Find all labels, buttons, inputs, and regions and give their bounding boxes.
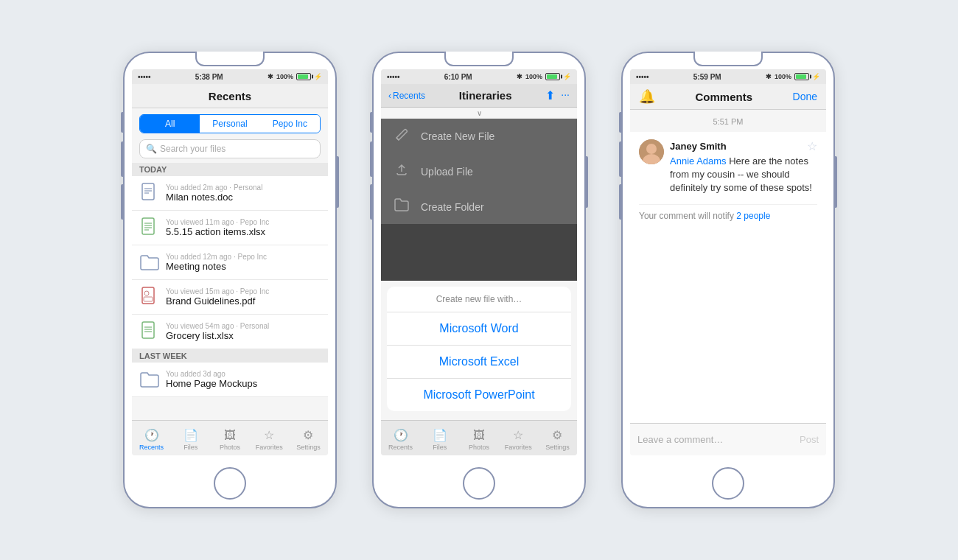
file-doc-icon — [139, 181, 160, 206]
svg-point-11 — [144, 291, 149, 295]
file-name: 5.5.15 action items.xlsx — [166, 226, 321, 237]
recents-icon: 🕐 — [144, 428, 159, 442]
clock-2: 6:10 PM — [444, 73, 472, 81]
tab-photos[interactable]: 🖼 Photos — [210, 426, 249, 451]
segment-pepo[interactable]: Pepo Inc — [260, 115, 320, 133]
section-last-week: LAST WEEK — [132, 349, 328, 363]
ms-word-button[interactable]: Microsoft Word — [387, 312, 571, 346]
status-right-1: ✱ 100% ⚡ — [268, 73, 322, 80]
list-item[interactable]: You added 12m ago · Pepo Inc Meeting not… — [132, 245, 328, 280]
segment-personal[interactable]: Personal — [200, 115, 259, 133]
comment-row: Janey Smith ☆ Annie Adams Here are the n… — [639, 139, 817, 195]
tab-recents[interactable]: 🕐 Recents — [132, 425, 171, 451]
bell-icon: 🔔 — [639, 88, 655, 105]
page-title-itineraries: Itineraries — [459, 89, 512, 102]
search-bar[interactable]: 🔍 Search your files — [139, 139, 321, 158]
action-sheet-header: Create new file with… — [387, 287, 571, 312]
ms-excel-button[interactable]: Microsoft Excel — [387, 346, 571, 379]
comment-time: 5:51 PM — [630, 110, 826, 132]
screen-comments: ••••• 5:59 PM ✱ 100% ⚡ 🔔 Comments Done 5… — [630, 69, 826, 455]
phones-container: ••••• 5:38 PM ✱ 100% ⚡ Recents All Perso… — [123, 52, 835, 508]
tab-label: Photos — [220, 444, 240, 451]
segment-control[interactable]: All Personal Pepo Inc — [139, 114, 321, 133]
tab-files-2[interactable]: 📄 Files — [420, 425, 459, 451]
bluetooth-icon-2: ✱ — [517, 73, 522, 80]
upload-file-item[interactable]: Upload File — [381, 154, 577, 189]
home-button-3[interactable] — [712, 467, 744, 500]
status-bar-2: ••••• 6:10 PM ✱ 100% ⚡ — [381, 69, 577, 84]
segment-all[interactable]: All — [140, 115, 200, 133]
battery-pct: 100% — [276, 73, 293, 80]
tab-settings-2[interactable]: ⚙ Settings — [538, 425, 577, 451]
notify-link[interactable]: 2 people — [736, 211, 770, 221]
list-item[interactable]: You viewed 15m ago · Pepo Inc Brand Guid… — [132, 280, 328, 315]
favorites-icon-2: ☆ — [513, 428, 523, 442]
screen-recents: ••••• 5:38 PM ✱ 100% ⚡ Recents All Perso… — [132, 69, 328, 455]
folder2-icon — [139, 367, 160, 392]
battery-icon-3 — [794, 73, 809, 80]
screen-itineraries: ••••• 6:10 PM ✱ 100% ⚡ ‹ Recents Itinera… — [381, 69, 577, 455]
list-item[interactable]: You viewed 54m ago · Personal Grocery li… — [132, 315, 328, 349]
tab-label: Files — [183, 444, 197, 451]
phone-recents: ••••• 5:38 PM ✱ 100% ⚡ Recents All Perso… — [123, 52, 337, 508]
battery-icon — [296, 73, 311, 80]
battery-pct-2: 100% — [525, 73, 542, 80]
list-item[interactable]: You added 2m ago · Personal Milan notes.… — [132, 176, 328, 211]
mention-name: Annie Adams — [670, 155, 727, 167]
mute-button-2 — [370, 112, 373, 133]
create-folder-item[interactable]: Create Folder — [381, 189, 577, 224]
more-icon[interactable]: ··· — [561, 88, 570, 102]
upload-icon — [393, 163, 410, 180]
comment-text: Annie Adams Here are the notes from my c… — [670, 155, 817, 195]
power-button-2 — [585, 156, 588, 208]
tab-recents-2[interactable]: 🕐 Recents — [381, 425, 420, 451]
tab-settings[interactable]: ⚙ Settings — [289, 425, 328, 451]
file-info: You added 12m ago · Pepo Inc Meeting not… — [166, 253, 321, 272]
avatar — [639, 139, 664, 164]
home-button-2[interactable] — [463, 467, 495, 500]
post-button[interactable]: Post — [800, 434, 819, 445]
list-item[interactable]: You viewed 11m ago · Pepo Inc 5.5.15 act… — [132, 211, 328, 245]
star-icon[interactable]: ☆ — [807, 139, 817, 153]
comment-content: Janey Smith ☆ Annie Adams Here are the n… — [670, 139, 817, 195]
status-bar-1: ••••• 5:38 PM ✱ 100% ⚡ — [132, 69, 328, 84]
comment-input-bar: Leave a comment… Post — [630, 423, 826, 455]
file-meta: You viewed 11m ago · Pepo Inc — [166, 218, 321, 226]
svg-point-18 — [646, 144, 657, 154]
nav-actions: ⬆ ··· — [545, 88, 570, 102]
tab-favorites-2[interactable]: ☆ Favorites — [499, 425, 538, 451]
svg-rect-0 — [142, 183, 154, 200]
comment-input[interactable]: Leave a comment… — [637, 434, 794, 445]
battery-icon-2 — [545, 73, 560, 80]
comment-header: Janey Smith ☆ — [670, 139, 817, 153]
files-icon-2: 📄 — [433, 428, 447, 442]
tab-photos-2[interactable]: 🖼 Photos — [459, 426, 498, 451]
list-item[interactable]: You added 3d ago Home Page Mockups — [132, 363, 328, 397]
action-sheet: Create new file with… Microsoft Word Mic… — [387, 287, 571, 411]
folder-create-icon — [393, 198, 410, 215]
create-new-file-item[interactable]: Create New File — [381, 119, 577, 154]
svg-rect-4 — [142, 218, 154, 234]
file-info: You added 3d ago Home Page Mockups — [166, 370, 321, 389]
file-name: Grocery list.xlsx — [166, 330, 321, 341]
phone-itineraries: ••••• 6:10 PM ✱ 100% ⚡ ‹ Recents Itinera… — [372, 52, 586, 508]
file-name: Brand Guidelines.pdf — [166, 295, 321, 307]
nav-bar-itineraries: ‹ Recents Itineraries ⬆ ··· — [381, 84, 577, 108]
ms-powerpoint-button[interactable]: Microsoft PowerPoint — [387, 379, 571, 411]
tab-favorites[interactable]: ☆ Favorites — [250, 425, 289, 451]
home-button-1[interactable] — [214, 467, 246, 500]
settings-icon: ⚙ — [303, 428, 313, 442]
signal-indicator-2: ••••• — [387, 73, 400, 81]
back-button[interactable]: ‹ Recents — [388, 91, 425, 101]
status-bar-3: ••••• 5:59 PM ✱ 100% ⚡ — [630, 69, 826, 84]
share-icon[interactable]: ⬆ — [545, 88, 555, 102]
tab-files[interactable]: 📄 Files — [171, 425, 210, 451]
file-name: Milan notes.doc — [166, 192, 321, 203]
comment-notify: Your comment will notify 2 people — [639, 204, 817, 221]
done-button[interactable]: Done — [793, 91, 817, 102]
tab-label-2c: Photos — [469, 444, 489, 451]
upload-file-label: Upload File — [421, 166, 473, 178]
nav-bar-recents: Recents — [132, 84, 328, 108]
search-placeholder: Search your files — [160, 144, 225, 154]
bluetooth-icon-3: ✱ — [766, 73, 772, 80]
